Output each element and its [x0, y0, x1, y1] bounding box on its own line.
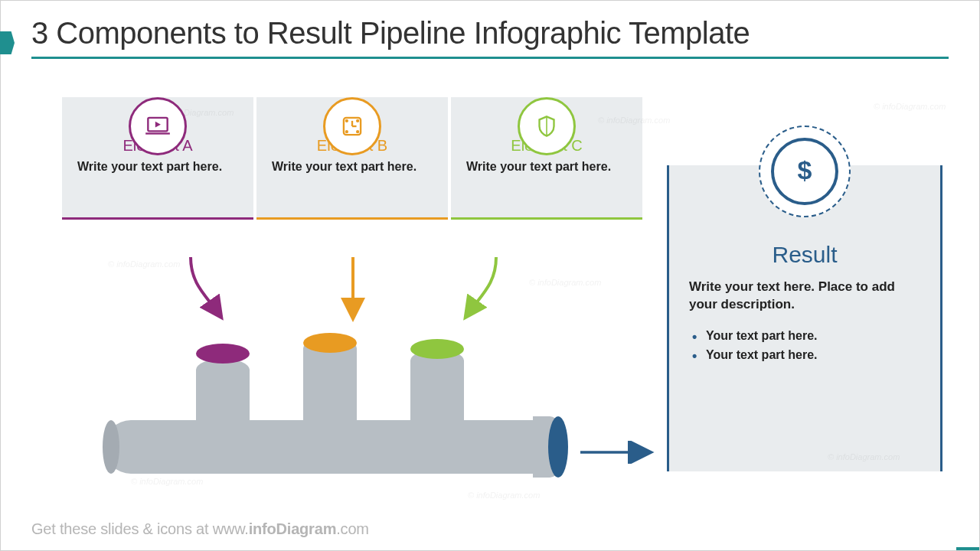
svg-text:$: $	[798, 155, 812, 184]
component-card-b: Element B Write your text part here.	[256, 97, 448, 220]
footer-brand: infoDiagram	[249, 520, 336, 537]
pipe-main	[104, 420, 548, 474]
svg-marker-2	[155, 122, 161, 128]
card-desc: Write your text part here.	[77, 159, 238, 174]
pipe-inlet-c	[410, 339, 464, 431]
footer-caption: Get these slides & icons at www.infoDiag…	[31, 520, 369, 538]
watermark: © infoDiagram.com	[468, 491, 540, 500]
card-bottom-border	[256, 217, 448, 220]
clock-square-icon	[323, 97, 381, 155]
result-bullet: Your text part here.	[692, 345, 920, 365]
watermark: © infoDiagram.com	[108, 259, 180, 269]
component-card-c: Element C Write your text part here.	[451, 97, 642, 220]
laptop-play-icon	[129, 97, 187, 155]
title-area: 3 Components to Result Pipeline Infograp…	[31, 16, 949, 59]
footer-prefix: Get these slides & icons at www.	[31, 520, 249, 537]
bottom-accent	[956, 547, 979, 550]
arrow-a-to-pipe	[185, 253, 230, 322]
component-card-a: Element A Write your text part here.	[62, 97, 253, 220]
slide-title: 3 Components to Result Pipeline Infograp…	[31, 16, 949, 51]
svg-point-7	[357, 120, 358, 122]
result-bullet: Your text part here.	[692, 326, 920, 346]
result-icon-ring: $	[759, 126, 851, 217]
watermark: © infoDiagram.com	[874, 102, 946, 111]
pipe-inlet-b	[303, 333, 357, 425]
shield-icon	[518, 97, 576, 155]
result-bullets: Your text part here. Your text part here…	[689, 326, 920, 365]
card-bottom-border	[62, 217, 253, 220]
result-card: $ Result Write your text here. Place to …	[667, 165, 942, 471]
pipeline-graphic	[104, 344, 571, 481]
arrow-b-to-pipe	[330, 253, 376, 322]
infographic-slide: 3 Components to Result Pipeline Infograp…	[0, 0, 980, 551]
watermark: © infoDiagram.com	[529, 278, 601, 287]
card-desc: Write your text part here.	[466, 159, 627, 174]
card-bottom-border	[451, 217, 642, 220]
svg-point-9	[357, 131, 358, 132]
components-row: Element A Write your text part here.	[62, 97, 642, 220]
svg-point-8	[346, 131, 348, 132]
arrow-pipe-to-result	[579, 441, 655, 464]
footer-suffix: .com	[336, 520, 369, 537]
title-underline	[31, 57, 949, 59]
card-desc: Write your text part here.	[272, 159, 433, 174]
left-accent-tab	[0, 31, 15, 54]
arrow-c-to-pipe	[456, 253, 502, 322]
svg-point-6	[346, 120, 348, 122]
pipe-end-cap	[548, 416, 568, 478]
result-desc: Write your text here. Place to add your …	[689, 279, 920, 314]
result-title: Result	[689, 242, 920, 268]
dollar-icon: $	[771, 138, 838, 205]
